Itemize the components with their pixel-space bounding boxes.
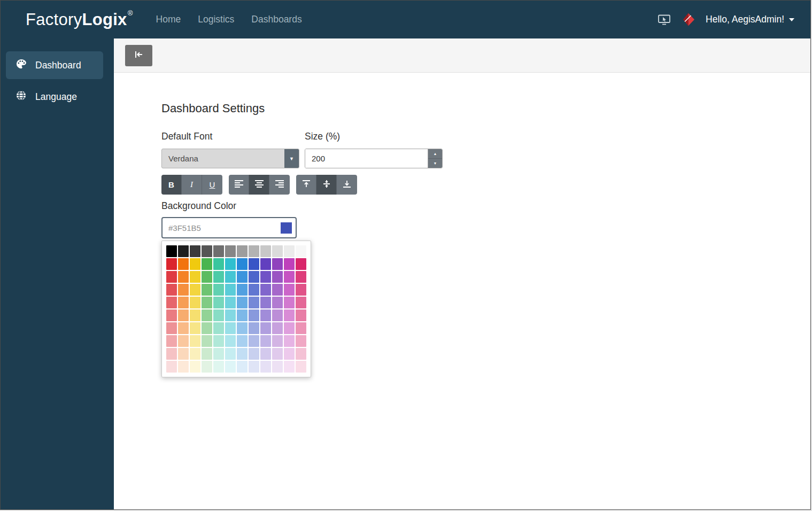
palette-swatch[interactable]	[296, 271, 306, 283]
palette-swatch[interactable]	[237, 348, 248, 360]
palette-swatch[interactable]	[213, 335, 224, 347]
nav-logistics[interactable]: Logistics	[198, 14, 234, 25]
italic-button[interactable]: I	[182, 175, 202, 195]
palette-swatch[interactable]	[190, 309, 200, 321]
palette-swatch[interactable]	[296, 245, 306, 257]
palette-swatch[interactable]	[284, 297, 295, 308]
underline-button[interactable]: U	[202, 175, 222, 195]
palette-swatch[interactable]	[284, 361, 295, 373]
palette-swatch[interactable]	[225, 322, 236, 334]
palette-swatch[interactable]	[178, 361, 189, 373]
palette-swatch[interactable]	[190, 335, 200, 347]
palette-swatch[interactable]	[272, 271, 283, 283]
palette-swatch[interactable]	[225, 297, 236, 308]
palette-swatch[interactable]	[225, 258, 236, 270]
palette-swatch[interactable]	[213, 284, 224, 296]
user-menu[interactable]: Hello, AegisAdmin!	[706, 14, 794, 25]
palette-swatch[interactable]	[178, 258, 189, 270]
palette-swatch[interactable]	[249, 297, 259, 308]
palette-swatch[interactable]	[190, 361, 200, 373]
align-right-button[interactable]	[269, 175, 290, 195]
palette-swatch[interactable]	[284, 348, 295, 360]
palette-swatch[interactable]	[213, 258, 224, 270]
palette-swatch[interactable]	[202, 348, 212, 360]
palette-swatch[interactable]	[296, 284, 306, 296]
palette-swatch[interactable]	[296, 335, 306, 347]
palette-swatch[interactable]	[213, 322, 224, 334]
palette-swatch[interactable]	[202, 245, 212, 257]
palette-swatch[interactable]	[178, 297, 189, 308]
palette-swatch[interactable]	[166, 284, 177, 296]
sidebar-item-language[interactable]: Language	[6, 83, 103, 111]
palette-swatch[interactable]	[178, 309, 189, 321]
valign-center-button[interactable]	[316, 175, 337, 195]
palette-swatch[interactable]	[190, 348, 200, 360]
palette-swatch[interactable]	[190, 284, 200, 296]
palette-swatch[interactable]	[190, 271, 200, 283]
palette-swatch[interactable]	[202, 322, 212, 334]
palette-swatch[interactable]	[213, 297, 224, 308]
color-value-input[interactable]	[167, 223, 277, 233]
palette-swatch[interactable]	[260, 335, 271, 347]
background-color-input[interactable]	[161, 217, 297, 238]
palette-swatch[interactable]	[166, 335, 177, 347]
palette-swatch[interactable]	[260, 348, 271, 360]
palette-swatch[interactable]	[296, 258, 306, 270]
palette-swatch[interactable]	[213, 361, 224, 373]
valign-bottom-button[interactable]	[337, 175, 357, 195]
nav-home[interactable]: Home	[156, 14, 181, 25]
palette-swatch[interactable]	[249, 258, 259, 270]
palette-swatch[interactable]	[249, 348, 259, 360]
palette-swatch[interactable]	[190, 258, 200, 270]
palette-swatch[interactable]	[260, 284, 271, 296]
palette-swatch[interactable]	[296, 297, 306, 308]
sidebar-item-dashboard[interactable]: Dashboard	[6, 51, 103, 79]
palette-swatch[interactable]	[202, 361, 212, 373]
palette-swatch[interactable]	[249, 309, 259, 321]
palette-swatch[interactable]	[296, 309, 306, 321]
palette-swatch[interactable]	[284, 258, 295, 270]
palette-swatch[interactable]	[202, 258, 212, 270]
palette-swatch[interactable]	[284, 335, 295, 347]
palette-swatch[interactable]	[296, 348, 306, 360]
palette-swatch[interactable]	[272, 348, 283, 360]
palette-swatch[interactable]	[272, 361, 283, 373]
palette-swatch[interactable]	[284, 284, 295, 296]
palette-swatch[interactable]	[202, 335, 212, 347]
font-select[interactable]: Verdana ▼	[161, 149, 299, 168]
palette-swatch[interactable]	[260, 297, 271, 308]
bold-button[interactable]: B	[161, 175, 182, 195]
palette-swatch[interactable]	[202, 297, 212, 308]
palette-swatch[interactable]	[249, 271, 259, 283]
palette-swatch[interactable]	[166, 322, 177, 334]
palette-swatch[interactable]	[225, 245, 236, 257]
palette-swatch[interactable]	[166, 361, 177, 373]
palette-swatch[interactable]	[260, 258, 271, 270]
palette-swatch[interactable]	[166, 348, 177, 360]
spin-down-button[interactable]: ▼	[428, 159, 442, 168]
palette-swatch[interactable]	[272, 245, 283, 257]
palette-swatch[interactable]	[166, 258, 177, 270]
palette-swatch[interactable]	[178, 271, 189, 283]
palette-swatch[interactable]	[296, 322, 306, 334]
palette-swatch[interactable]	[237, 309, 248, 321]
size-input[interactable]	[305, 149, 428, 168]
chevron-down-icon[interactable]: ▼	[284, 149, 299, 168]
palette-swatch[interactable]	[190, 297, 200, 308]
palette-swatch[interactable]	[225, 348, 236, 360]
palette-swatch[interactable]	[249, 284, 259, 296]
palette-swatch[interactable]	[166, 297, 177, 308]
palette-swatch[interactable]	[237, 258, 248, 270]
palette-swatch[interactable]	[284, 271, 295, 283]
palette-swatch[interactable]	[178, 335, 189, 347]
palette-swatch[interactable]	[213, 309, 224, 321]
palette-swatch[interactable]	[225, 361, 236, 373]
palette-swatch[interactable]	[272, 284, 283, 296]
palette-swatch[interactable]	[249, 335, 259, 347]
palette-swatch[interactable]	[213, 245, 224, 257]
spin-up-button[interactable]: ▲	[428, 149, 442, 159]
palette-swatch[interactable]	[237, 271, 248, 283]
palette-swatch[interactable]	[166, 245, 177, 257]
palette-swatch[interactable]	[272, 297, 283, 308]
palette-swatch[interactable]	[237, 335, 248, 347]
